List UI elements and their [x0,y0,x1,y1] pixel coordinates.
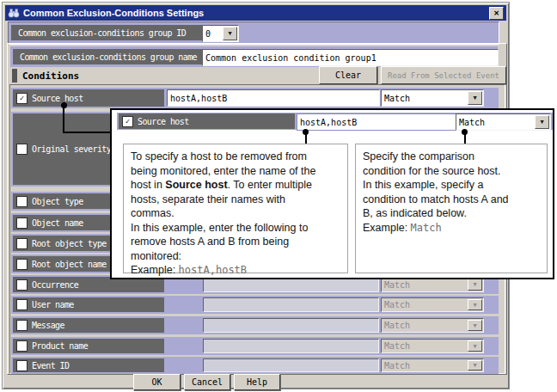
callout-source-host-value: hostA,hostB [300,118,357,127]
condition-row-product-name: Product nameMatch▼ [11,337,499,355]
condition-labelbar: Product name [13,339,164,353]
condition-label: Root object type [32,239,107,248]
chevron-down-icon[interactable]: ▼ [535,115,549,129]
user-name-checkbox[interactable] [16,299,28,310]
root-object-name-checkbox[interactable] [16,259,28,270]
chevron-down-icon: ▼ [468,340,482,352]
callout-source-host-checkbox[interactable]: ✓ [122,116,133,127]
condition-labelbar: Message [13,318,164,333]
condition-labelbar: User name [13,297,164,312]
condition-label: Source host [32,94,83,103]
user-name-value-input [203,297,379,312]
chevron-down-icon: ▼ [468,360,482,371]
condition-label: Product name [32,341,88,351]
source-host-checkbox[interactable]: ✓ [16,93,28,104]
condition-row-user-name: User nameMatch▼ [11,296,499,314]
condition-select-value: Match [384,94,410,103]
message-value-input [203,318,379,333]
occurrence-checkbox[interactable] [16,279,28,291]
condition-label: Message [32,321,64,330]
callout-source-host-input[interactable]: hostA,hostB [297,113,456,131]
event-id-value-input [203,358,379,372]
condition-row-event-id: Event IDMatch▼ [11,357,499,374]
callout-match-value: Match [459,118,485,127]
chevron-down-icon: ▼ [468,299,482,310]
callout-row-band: ✓ Source host hostA,hostB Match ▼ [117,113,553,130]
condition-label: Object name [32,218,83,228]
object-name-checkbox[interactable] [16,217,28,229]
product-name-value-input [203,339,379,353]
condition-select-value: Match [384,341,410,351]
product-name-condition-select: Match▼ [381,339,484,353]
message-condition-select: Match▼ [381,318,484,333]
condition-label: Occurrence [32,280,78,290]
event-id-checkbox[interactable] [16,360,28,371]
condition-select-value: Match [384,321,410,330]
chevron-down-icon: ▼ [468,320,482,331]
note-pointer-line [464,133,466,144]
user-name-condition-select: Match▼ [381,297,484,312]
source-host-note: To specify a host to be removed frombein… [123,144,348,273]
condition-labelbar: ✓Source host [13,89,164,107]
help-button[interactable]: Help [234,374,280,390]
message-checkbox[interactable] [16,320,28,331]
condition-select-value: Match [384,361,410,371]
condition-label: Event ID [32,361,69,371]
condition-label: Root object name [32,260,107,269]
condition-select-value: Match [384,280,410,290]
original-severity-level-checkbox[interactable] [16,144,28,155]
screenshot-stage: Common Exclusion-Conditions Settings ✕ C… [0,0,557,392]
condition-label: Object type [32,197,83,206]
source-host-condition-select[interactable]: Match▼ [381,89,484,107]
source-host-value-input[interactable]: hostA,hostB [167,89,380,107]
condition-label: User name [32,300,74,309]
callout-match-select[interactable]: Match ▼ [456,113,551,131]
object-type-checkbox[interactable] [16,196,28,207]
callout-source-host-label: Source host [138,117,189,126]
condition-select-value: Match [384,300,410,309]
event-id-condition-select: Match▼ [381,358,484,372]
condition-labelbar: Event ID [13,358,164,372]
match-condition-note: Specify the comparisoncondition for the … [355,144,548,273]
callout-box: ✓ Source host hostA,hostB Match ▼ To spe… [110,108,554,279]
note-pointer-line [305,133,307,144]
callout-row-labelbar: ✓ Source host [119,113,295,129]
chevron-down-icon: ▼ [468,279,482,291]
cancel-button[interactable]: Cancel [184,374,230,390]
chevron-down-icon[interactable]: ▼ [468,91,482,105]
ok-button[interactable]: OK [133,374,181,390]
condition-row-message: MessageMatch▼ [11,316,499,334]
root-object-type-checkbox[interactable] [16,238,28,249]
callout-connector-line [63,106,114,133]
product-name-checkbox[interactable] [16,340,28,352]
